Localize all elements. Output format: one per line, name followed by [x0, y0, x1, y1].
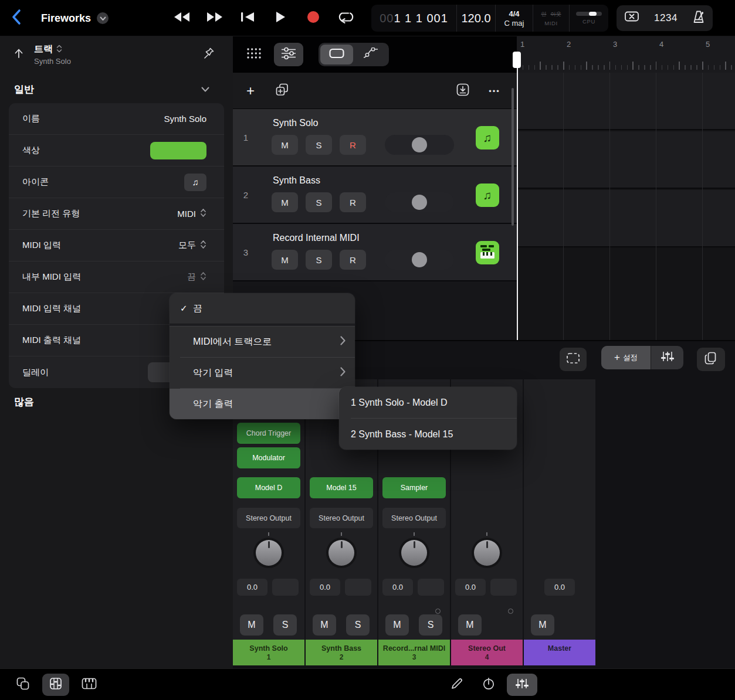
output-slot[interactable]: Stereo Output — [310, 508, 373, 528]
menu-item-off[interactable]: ✓ 끔 — [170, 293, 355, 324]
bar-ruler[interactable]: 1 2 3 4 5 — [517, 36, 735, 73]
track-list-scrollbar[interactable] — [512, 88, 514, 226]
playhead-handle[interactable] — [513, 52, 521, 68]
instrument-slot[interactable]: Sampler — [382, 477, 446, 498]
strip-nameplate[interactable]: Master — [524, 640, 595, 665]
pan-knob[interactable] — [253, 538, 284, 568]
pan-knob[interactable] — [326, 538, 357, 568]
volume-readout[interactable]: 0.0 — [455, 579, 486, 596]
mute-button[interactable]: M — [272, 192, 298, 212]
inspector-back-button[interactable] — [13, 47, 25, 62]
strip-mute-button[interactable]: M — [313, 614, 336, 636]
pan-knob[interactable] — [472, 538, 502, 568]
gain-box[interactable] — [345, 579, 371, 596]
metronome-button[interactable] — [692, 10, 705, 26]
region-mode-button[interactable] — [320, 45, 353, 64]
section-general-header[interactable]: 일반 — [14, 80, 209, 98]
channel-strip[interactable]: 0.0 M Master — [524, 379, 595, 665]
record-arm-button[interactable]: R — [340, 192, 366, 212]
go-to-beginning-button[interactable] — [235, 6, 260, 30]
track-icon[interactable]: ♫ — [476, 184, 499, 207]
inspector-title-menu[interactable]: 트랙 — [34, 43, 71, 56]
strip-nameplate[interactable]: Stereo Out 4 — [451, 640, 523, 665]
lcd-display[interactable]: 001 1 1 001 120.0 4/4 C maj 인아웃 MIDI CPU — [371, 5, 608, 32]
strip-nameplate[interactable]: Synth Bass 2 — [306, 640, 377, 665]
volume-readout[interactable]: 0.0 — [382, 579, 413, 596]
cycle-button[interactable] — [333, 6, 359, 30]
strip-solo-button[interactable]: S — [346, 614, 370, 636]
duplicate-track-button[interactable] — [273, 81, 292, 100]
track-row[interactable]: 2 Synth Bass M S R ♫ — [233, 166, 517, 224]
menu-item-instrument-output[interactable]: 악기 출력 — [170, 389, 355, 419]
view-options-button[interactable] — [242, 43, 266, 66]
import-button[interactable] — [453, 81, 472, 100]
add-track-button[interactable]: + — [241, 81, 260, 100]
inspector-row-midi-input[interactable]: MIDI 입력 모두 — [9, 230, 224, 261]
pin-button[interactable] — [200, 46, 218, 63]
strip-mute-button[interactable]: M — [458, 614, 482, 636]
track-volume-slider[interactable] — [385, 250, 454, 270]
section-more-label[interactable]: 많음 — [14, 395, 34, 409]
count-in-button[interactable]: 1234 — [654, 12, 678, 24]
submenu-item[interactable]: 1 Synth Solo - Model D — [339, 387, 517, 418]
mixer-marquee-button[interactable] — [560, 348, 587, 371]
track-icon-keyboard[interactable] — [476, 241, 499, 264]
track-icon-button[interactable]: ♫ — [184, 174, 206, 191]
track-lane[interactable] — [517, 131, 735, 189]
gain-box[interactable] — [272, 579, 299, 596]
strip-mute-button[interactable]: M — [385, 614, 409, 636]
browser-button[interactable] — [11, 674, 35, 696]
track-row[interactable]: 3 Record Internal MIDI M S R — [233, 224, 517, 281]
instrument-slot[interactable]: Model 15 — [310, 477, 373, 498]
record-arm-button[interactable]: R — [340, 250, 366, 270]
menu-item-midi-to-track[interactable]: MIDI에서 트랙으로 — [170, 327, 355, 357]
inspector-row-region-type[interactable]: 기본 리전 유형 MIDI — [9, 198, 224, 230]
track-lane[interactable] — [517, 73, 735, 130]
slider-knob[interactable] — [412, 137, 427, 152]
faders-button[interactable] — [507, 674, 537, 696]
gain-box[interactable] — [418, 579, 444, 596]
timeline-area[interactable]: 1 2 3 4 5 — [517, 36, 735, 340]
track-header-config-button[interactable] — [274, 43, 303, 66]
volume-readout[interactable]: 0.0 — [237, 579, 267, 596]
strip-mute-button[interactable]: M — [531, 614, 554, 636]
strip-solo-button[interactable]: S — [273, 614, 297, 636]
color-swatch[interactable] — [150, 142, 206, 159]
inspector-row-name[interactable]: 이름 Synth Solo — [9, 103, 224, 135]
inspector-row-icon[interactable]: 아이콘 ♫ — [9, 166, 224, 198]
fast-forward-button[interactable] — [202, 6, 228, 30]
menu-item-instrument-input[interactable]: 악기 입력 — [170, 358, 355, 388]
back-button[interactable] — [7, 9, 25, 27]
inspector-row-color[interactable]: 색상 — [9, 135, 224, 166]
volume-readout[interactable]: 0.0 — [310, 579, 340, 596]
tuner-button[interactable] — [476, 674, 501, 696]
volume-readout[interactable]: 0.0 — [544, 579, 575, 596]
project-menu-badge[interactable] — [97, 12, 109, 24]
midi-fx-slot[interactable]: Chord Trigger — [237, 423, 300, 444]
midi-fx-slot[interactable]: Modulator — [237, 447, 300, 468]
solo-button[interactable]: S — [306, 135, 332, 155]
track-volume-slider[interactable] — [385, 135, 454, 155]
mixer-config-button[interactable] — [651, 346, 683, 369]
record-arm-button[interactable]: R — [340, 135, 366, 155]
mixer-view-button[interactable] — [42, 674, 69, 696]
instrument-slot[interactable]: Model D — [237, 477, 300, 498]
mute-button[interactable]: M — [272, 135, 298, 155]
play-button[interactable] — [267, 6, 293, 30]
play-surface-button[interactable] — [76, 674, 102, 696]
track-icon[interactable]: ♫ — [476, 126, 499, 149]
copy-button[interactable] — [697, 348, 725, 371]
pencil-button[interactable] — [445, 674, 469, 696]
track-row[interactable]: 1 Synth Solo M S R ♫ — [233, 109, 517, 166]
output-slot[interactable]: Stereo Output — [237, 508, 300, 528]
strip-nameplate[interactable]: Synth Solo 1 — [233, 640, 304, 665]
solo-button[interactable]: S — [306, 250, 332, 270]
gain-box[interactable] — [490, 579, 517, 596]
slider-knob[interactable] — [412, 195, 427, 210]
output-slot[interactable]: Stereo Output — [382, 508, 446, 528]
channel-strip[interactable]: Chord Trigger Modulator Model D Stereo O… — [233, 379, 304, 665]
rewind-button[interactable] — [169, 6, 195, 30]
more-options-button[interactable]: ••• — [485, 81, 504, 100]
mute-button[interactable]: M — [272, 250, 298, 270]
record-button[interactable] — [300, 6, 326, 30]
